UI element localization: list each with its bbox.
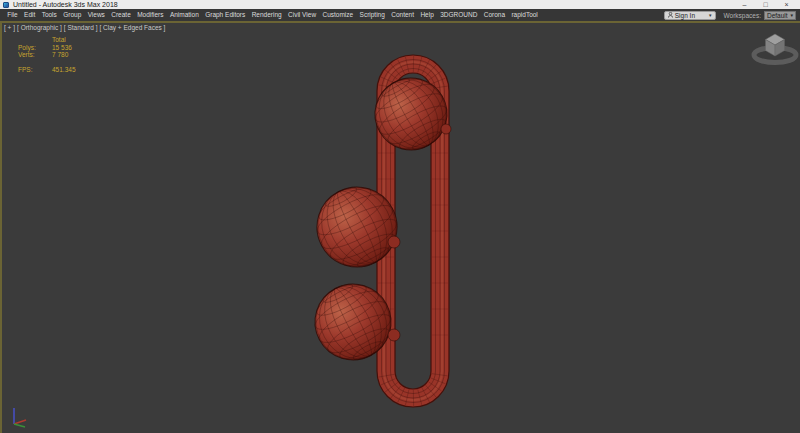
stats-verts-row: Verts: 7 780 <box>18 51 76 59</box>
3ds-max-app-icon <box>3 2 9 8</box>
viewport-statistics: Total Polys: 15 536 Verts: 7 780 FPS: 45… <box>18 36 76 73</box>
menu-item-corona[interactable]: Corona <box>481 9 509 21</box>
viewport-label-segment-1[interactable]: [ Orthographic ] <box>17 24 62 31</box>
menu-item-scripting[interactable]: Scripting <box>356 9 388 21</box>
workspaces-selected: Default <box>767 11 790 20</box>
user-icon <box>668 12 673 18</box>
menu-bar: FileEditToolsGroupViewsCreateModifiersAn… <box>0 9 800 21</box>
menu-item-tools[interactable]: Tools <box>38 9 60 21</box>
3ds-max-window: Untitled - Autodesk 3ds Max 2018 – □ × F… <box>0 0 800 433</box>
title-bar: Untitled - Autodesk 3ds Max 2018 – □ × <box>0 0 800 9</box>
menu-item-group[interactable]: Group <box>60 9 84 21</box>
viewport-label: [ + ][ Orthographic ][ Standard ][ Clay … <box>4 24 167 31</box>
viewport-label-segment-0[interactable]: [ + ] <box>4 24 15 31</box>
window-title: Untitled - Autodesk 3ds Max 2018 <box>13 0 118 9</box>
menu-bar-items: FileEditToolsGroupViewsCreateModifiersAn… <box>4 9 541 21</box>
stats-fps-row: FPS: 451.345 <box>18 66 76 74</box>
stats-polys-value: 15 536 <box>52 44 72 52</box>
stats-polys-label: Polys: <box>18 44 52 52</box>
workspaces-dropdown[interactable]: Default ▾ <box>764 11 796 20</box>
workspaces-dropdown-arrow: ▾ <box>790 11 793 20</box>
world-axis-tripod <box>14 408 26 427</box>
close-button[interactable]: × <box>776 0 797 9</box>
menu-item-customize[interactable]: Customize <box>319 9 356 21</box>
viewport-label-segment-2[interactable]: [ Standard ] <box>64 24 98 31</box>
stats-verts-value: 7 780 <box>52 51 68 59</box>
menu-item-animation[interactable]: Animation <box>167 9 202 21</box>
stats-total-row: Total <box>18 36 76 44</box>
menu-item-help[interactable]: Help <box>417 9 437 21</box>
workspaces-label: Workspaces: <box>724 12 761 19</box>
menu-item-create[interactable]: Create <box>108 9 134 21</box>
menu-item-views[interactable]: Views <box>84 9 108 21</box>
model-knob <box>441 124 451 134</box>
stats-fps-value: 451.345 <box>52 66 76 74</box>
model-knob <box>388 236 400 248</box>
viewport[interactable]: [ + ][ Orthographic ][ Standard ][ Clay … <box>0 21 800 433</box>
maximize-button[interactable]: □ <box>755 0 776 9</box>
stats-fps-label: FPS: <box>18 66 52 74</box>
viewport-label-segment-3[interactable]: [ Clay + Edged Faces ] <box>99 24 165 31</box>
window-controls: – □ × <box>734 0 797 9</box>
menu-item-civil-view[interactable]: Civil View <box>285 9 319 21</box>
sign-in-button[interactable]: Sign In ▾ <box>664 11 716 20</box>
menu-item-modifiers[interactable]: Modifiers <box>134 9 167 21</box>
menu-item-rapidtool[interactable]: rapidTool <box>508 9 541 21</box>
menu-item-graph-editors[interactable]: Graph Editors <box>202 9 248 21</box>
menu-bar-right: Sign In ▾ Workspaces: Default ▾ <box>664 11 796 20</box>
model-knob <box>388 329 400 341</box>
menu-item-rendering[interactable]: Rendering <box>248 9 284 21</box>
stats-polys-row: Polys: 15 536 <box>18 44 76 52</box>
menu-item-content[interactable]: Content <box>388 9 417 21</box>
scene-canvas[interactable] <box>2 23 800 433</box>
sign-in-dropdown-arrow[interactable]: ▾ <box>709 11 712 20</box>
stats-verts-label: Verts: <box>18 51 52 59</box>
sign-in-label: Sign In <box>675 11 695 20</box>
stats-total-spacer <box>18 36 52 44</box>
menu-item-3dground[interactable]: 3DGROUND <box>437 9 481 21</box>
menu-item-edit[interactable]: Edit <box>21 9 39 21</box>
stats-total-header: Total <box>52 36 66 44</box>
menu-item-file[interactable]: File <box>4 9 21 21</box>
minimize-button[interactable]: – <box>734 0 755 9</box>
view-cube[interactable] <box>754 34 796 63</box>
